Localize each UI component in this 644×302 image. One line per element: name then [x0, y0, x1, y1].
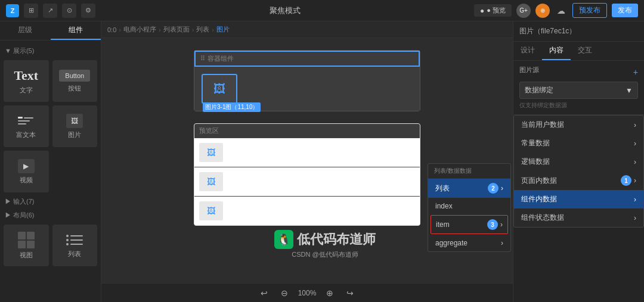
video-icon: ▶: [18, 159, 35, 173]
comp-text-label: 文字: [20, 86, 33, 95]
breadcrumb-item-2: 列表页面: [163, 25, 190, 34]
dropdown-item-logic-data[interactable]: 逻辑数据 ›: [514, 152, 643, 171]
watermark-subtitle: CSDN @低代码布道师: [292, 250, 358, 259]
settings-icon[interactable]: ⚙: [81, 4, 95, 18]
container-header: ⠿ 容器组件: [194, 51, 420, 67]
add-datasource-button[interactable]: +: [633, 67, 638, 77]
text-preview: Text: [14, 68, 38, 83]
dropdown-item-page-data[interactable]: 页面内数据 1 ›: [514, 171, 643, 190]
cloud-icon[interactable]: ☁: [555, 5, 568, 17]
comp-button-label: 按钮: [68, 84, 81, 93]
layout-components-grid: 视图 列表: [4, 222, 97, 269]
canvas-toolbar-bottom: ↩ ⊖ 100% ⊕ ↪: [101, 283, 513, 302]
preview-button[interactable]: ● ● 预览: [474, 4, 512, 17]
preview-img-2: 🖼: [199, 201, 223, 220]
dropdown-item-label: 常量数据: [521, 138, 550, 148]
datasource-header: 图片源 +: [519, 66, 638, 78]
datasource-dropdown: 当前用户数据 › 常量数据 › 逻辑数据 › 页面内数据 1 ›: [513, 115, 644, 228]
topbar-left: Z ⊞ ↗ ⊙ ⚙: [6, 4, 95, 18]
container-body[interactable]: 🖼 图片3-1图（11,10）: [194, 67, 420, 111]
preview-list-item-1[interactable]: 🖼: [194, 167, 420, 197]
comp-richtext-label: 富文本: [16, 130, 36, 139]
grid-icon: [18, 232, 35, 248]
mode-toggle[interactable]: ⊞: [24, 4, 38, 18]
comp-text[interactable]: Text 文字: [4, 60, 49, 102]
sub-dropdown-index[interactable]: index: [428, 198, 510, 214]
comp-list-label: 列表: [68, 250, 81, 259]
tab-interact[interactable]: 交互: [571, 42, 599, 60]
sub-dropdown-arrow: ›: [501, 239, 503, 247]
richtext-icon: [18, 114, 35, 128]
datasource-selector[interactable]: 数据绑定 ▼: [519, 82, 638, 99]
pre-publish-button[interactable]: 预发布: [572, 3, 607, 18]
preview-list-item-2[interactable]: 🖼: [194, 197, 420, 225]
comp-image[interactable]: 🖼 图片: [52, 105, 98, 147]
topbar-title: 聚焦模式: [270, 5, 301, 16]
badge-2: 2: [488, 183, 499, 194]
dimension-label: 图片3-1图（11,10）: [203, 102, 261, 112]
comp-grid-label: 视图: [20, 251, 33, 260]
tab-components[interactable]: 组件: [51, 21, 101, 40]
comp-video-label: 视频: [20, 176, 33, 185]
publish-button[interactable]: 发布: [612, 4, 638, 17]
breadcrumb-item-0: 0:0: [107, 26, 116, 33]
topbar: Z ⊞ ↗ ⊙ ⚙ 聚焦模式 ● ● 预览 G+ ⊕ ☁ 预发布 发布: [0, 0, 644, 21]
comp-video[interactable]: ▶ 视频: [4, 151, 49, 192]
dropdown-arrow: ›: [634, 158, 636, 166]
datasource-label: 数据绑定: [525, 85, 553, 95]
user-avatar2[interactable]: ⊕: [535, 4, 550, 18]
image-placeholder-icon: 🖼: [213, 82, 225, 96]
comp-image-label: 图片: [68, 130, 81, 139]
preview-list-item-0[interactable]: 🖼: [194, 138, 420, 167]
preview-img-1: 🖼: [199, 172, 223, 191]
dropdown-item-label: 当前用户数据: [521, 120, 564, 130]
share-icon[interactable]: ↗: [43, 4, 57, 18]
dropdown-arrow: ›: [634, 121, 636, 129]
image-component-wrapper[interactable]: 🖼 图片3-1图（11,10）: [197, 69, 242, 108]
datasource-hint: 仅支持绑定数据源: [519, 101, 638, 110]
section-display: ▼ 展示(5): [4, 44, 97, 58]
list-icon: [66, 233, 83, 247]
sub-dropdown-arrow: ›: [501, 184, 503, 192]
tab-hierarchy[interactable]: 层级: [0, 21, 51, 40]
wechat-icon: 🐧: [274, 230, 293, 249]
sub-dropdown-header: 列表/数据数据: [428, 164, 510, 179]
main-area: 层级 组件 ▼ 展示(5) Text 文字 Button 按钮: [0, 21, 644, 302]
dropdown-item-user-data[interactable]: 当前用户数据 ›: [514, 116, 643, 134]
comp-list[interactable]: 列表: [52, 225, 98, 266]
dropdown-item-label: 逻辑数据: [521, 157, 550, 167]
badge-3: 3: [487, 219, 498, 230]
tab-content[interactable]: 内容: [542, 42, 571, 60]
zoom-in-button[interactable]: ⊕: [323, 287, 336, 300]
tab-design[interactable]: 设计: [513, 42, 542, 60]
dropdown-area: 当前用户数据 › 常量数据 › 逻辑数据 › 页面内数据 1 ›: [513, 115, 644, 302]
dropdown-item-component-data[interactable]: 组件内数据 ›: [514, 190, 643, 208]
preview-header: 预览区: [194, 124, 420, 138]
sub-dropdown-aggregate[interactable]: aggregate ›: [428, 235, 510, 251]
watermark-title: 低代码布道师: [297, 231, 376, 248]
dropdown-item-const-data[interactable]: 常量数据 ›: [514, 134, 643, 152]
watermark: 🐧 低代码布道师 CSDN @低代码布道师: [274, 230, 376, 259]
user-avatar[interactable]: G+: [516, 4, 531, 18]
section-layout[interactable]: ▶ 布局(6): [4, 208, 97, 222]
sub-dropdown: 列表/数据数据 列表 2 › index item 3: [428, 163, 511, 252]
right-panel-tabs: 设计 内容 交互: [513, 42, 644, 61]
redo-button[interactable]: ↪: [343, 287, 357, 300]
container-title: 容器组件: [208, 54, 234, 63]
sub-dropdown-list[interactable]: 列表 2 ›: [428, 179, 510, 198]
comp-richtext[interactable]: 富文本: [4, 105, 49, 147]
undo-button[interactable]: ↩: [258, 287, 271, 300]
comp-button[interactable]: Button 按钮: [52, 60, 98, 102]
component-icon[interactable]: ⊙: [62, 4, 76, 18]
logo: Z: [6, 4, 19, 17]
section-input[interactable]: ▶ 输入(7): [4, 195, 97, 208]
dropdown-item-component-state[interactable]: 组件状态数据 ›: [514, 208, 643, 227]
sub-item-label: aggregate: [435, 239, 467, 247]
sub-dropdown-arrow: ›: [500, 220, 503, 229]
selected-image-component[interactable]: 🖼 图片3-1图（11,10）: [202, 74, 237, 104]
sub-item-label: item: [436, 220, 450, 229]
dropdown-arrow: ›: [634, 139, 636, 148]
zoom-out-button[interactable]: ⊖: [278, 287, 291, 300]
sub-dropdown-item[interactable]: item 3 ›: [431, 215, 508, 234]
comp-grid[interactable]: 视图: [4, 225, 49, 266]
